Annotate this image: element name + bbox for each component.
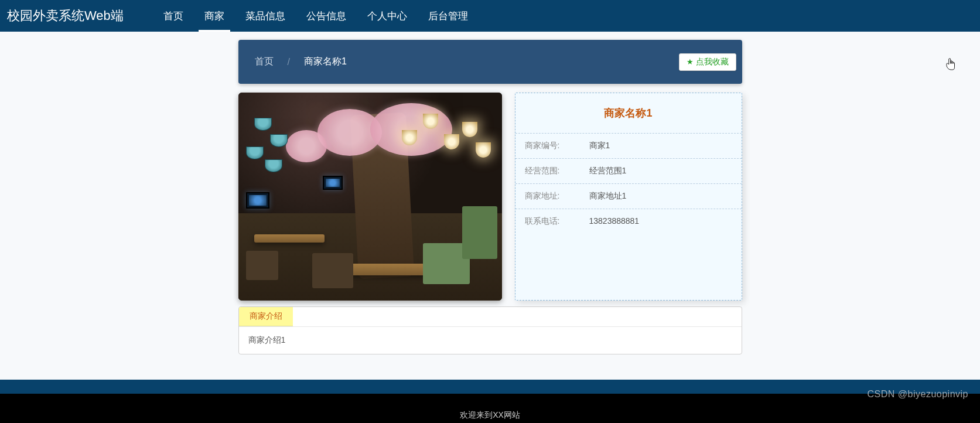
info-value: 商家地址1 [589, 191, 627, 202]
info-label: 商家编号: [525, 141, 589, 151]
info-label: 经营范围: [525, 166, 589, 176]
intro-section: 商家介绍 商家介绍1 [238, 306, 742, 354]
info-fields: 商家编号:商家1经营范围:经营范围1商家地址:商家地址1联系电话:1382388… [515, 134, 742, 234]
nav-item-1[interactable]: 商家 [194, 0, 235, 32]
merchant-title: 商家名称1 [515, 93, 742, 134]
nav-item-0[interactable]: 首页 [153, 0, 194, 32]
cursor-hand-icon [945, 58, 955, 71]
info-label: 联系电话: [525, 216, 589, 227]
footer-bottom: 欢迎来到XX网站 [0, 394, 980, 423]
info-row-1: 经营范围:经营范围1 [515, 159, 742, 184]
favorite-button-label: 点我收藏 [696, 57, 729, 67]
breadcrumb-current: 商家名称1 [304, 56, 347, 68]
favorite-button[interactable]: ★ 点我收藏 [679, 53, 736, 71]
intro-content: 商家介绍1 [239, 326, 742, 354]
nav-item-4[interactable]: 个人中心 [357, 0, 418, 32]
intro-tab[interactable]: 商家介绍 [239, 307, 293, 326]
info-row-2: 商家地址:商家地址1 [515, 184, 742, 209]
info-value: 13823888881 [589, 216, 640, 227]
brand-title: 校园外卖系统Web端 [7, 7, 124, 25]
breadcrumb-home-link[interactable]: 首页 [255, 56, 274, 68]
nav-item-2[interactable]: 菜品信息 [235, 0, 296, 32]
merchant-image [238, 93, 502, 301]
star-icon: ★ [687, 57, 694, 66]
watermark: CSDN @biyezuopinvip [868, 389, 968, 400]
info-row-0: 商家编号:商家1 [515, 134, 742, 159]
breadcrumb-separator: / [288, 57, 290, 67]
merchant-info-panel: 商家名称1 商家编号:商家1经营范围:经营范围1商家地址:商家地址1联系电话:1… [515, 93, 742, 301]
detail-row: 商家名称1 商家编号:商家1经营范围:经营范围1商家地址:商家地址1联系电话:1… [238, 93, 742, 301]
footer-text: 欢迎来到XX网站 [460, 410, 520, 419]
info-label: 商家地址: [525, 191, 589, 202]
info-value: 经营范围1 [589, 166, 627, 176]
nav-item-3[interactable]: 公告信息 [296, 0, 357, 32]
nav-item-5[interactable]: 后台管理 [418, 0, 479, 32]
breadcrumb: 首页 / 商家名称1 ★ 点我收藏 [238, 40, 742, 84]
top-navbar: 校园外卖系统Web端 首页商家菜品信息公告信息个人中心后台管理 [0, 0, 980, 32]
info-value: 商家1 [589, 141, 610, 151]
info-row-3: 联系电话:13823888881 [515, 209, 742, 234]
main-container: 首页 / 商家名称1 ★ 点我收藏 [238, 40, 742, 354]
nav-items: 首页商家菜品信息公告信息个人中心后台管理 [153, 0, 479, 32]
